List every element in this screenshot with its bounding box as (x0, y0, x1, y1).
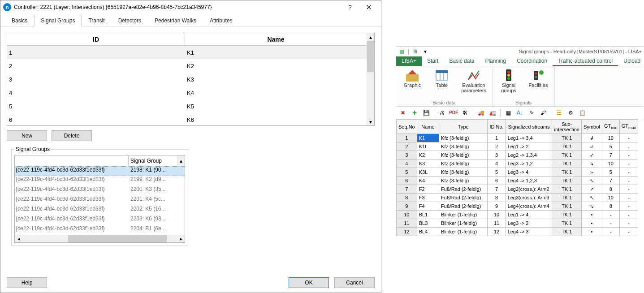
rtab-upload[interactable]: Upload (618, 56, 644, 66)
list2-scroll-up-icon[interactable]: ▴ (177, 155, 185, 166)
cell-id[interactable]: 12 (488, 228, 506, 236)
table-row[interactable]: 4K4 (7, 86, 367, 99)
cell-sub[interactable]: TK 1 (552, 159, 582, 168)
sort-icon[interactable]: A↓ (516, 109, 524, 117)
table-row[interactable]: 11BL3Blinker (1-feldig)11Leg3 -> 2TK 1•-… (397, 219, 638, 228)
list2-hscroll[interactable]: ◂ ▸ (15, 235, 185, 242)
cell-streams[interactable]: Leg4 -> 3 (506, 228, 552, 236)
signal-group-list[interactable]: Signal Group ▴ {ce22-119c-4fd4-bc3d-62d3… (14, 155, 185, 243)
th-gtmax[interactable]: GTmax (619, 120, 638, 134)
table-row[interactable]: 2K1LKfz (3-feldig)2Leg1 -> 2TK 1⤾5- (397, 142, 638, 151)
cell-id[interactable]: 4 (488, 159, 506, 168)
cell-id[interactable]: 9 (488, 202, 506, 211)
cell-id[interactable]: 8 (488, 194, 506, 202)
ritem-table[interactable]: Table (429, 68, 454, 99)
ritem-signal-groups[interactable]: Signal groups (496, 68, 521, 99)
cell-type[interactable]: Blinker (1-feldig) (439, 211, 488, 219)
cell-symbol[interactable]: ⤡ (582, 177, 602, 185)
cell-symbol[interactable]: ⤿ (582, 168, 602, 177)
cell-gtmax[interactable]: - (619, 228, 638, 236)
cell-type[interactable]: Kfz (3-feldig) (439, 177, 488, 185)
cell-name[interactable]: K3 (417, 159, 439, 168)
cell-name[interactable]: K1L (417, 142, 439, 151)
table-row[interactable]: 7F2Fuß/Rad (2-feldig)7Leg2(cross.): Arm2… (397, 185, 638, 194)
list-item[interactable]: {ce22-119c-4fd4-bc3d-62d33f1ed33f}2201: … (15, 196, 185, 206)
table-row[interactable]: 5K5 (7, 99, 367, 113)
cell-type[interactable]: Kfz (3-feldig) (439, 159, 488, 168)
th-seq[interactable]: Seq.No (397, 120, 417, 134)
cell-id[interactable]: 3 (488, 151, 506, 159)
signal-groups-table[interactable]: Seq.No Name Type ID No. Signalized strea… (396, 119, 638, 236)
cell-gtmin[interactable]: 10 (602, 134, 619, 142)
hscroll-thumb[interactable] (68, 235, 167, 242)
new-button[interactable]: New (7, 130, 47, 141)
cell-gtmin[interactable]: - (602, 228, 619, 236)
print-icon[interactable]: 🖨 (438, 109, 446, 117)
cell-gtmax[interactable]: - (619, 194, 638, 202)
cell-type[interactable]: Kfz (3-feldig) (439, 168, 488, 177)
cell-name[interactable]: F2 (417, 185, 439, 194)
rtab-coordination[interactable]: Coordination (511, 56, 553, 66)
cell-gtmax[interactable]: - (619, 134, 638, 142)
cell-symbol[interactable]: • (582, 211, 602, 219)
cell-name[interactable]: BL4 (417, 228, 439, 236)
wand-icon[interactable]: ✎ (527, 109, 536, 117)
cell-gtmax[interactable]: - (619, 142, 638, 151)
hscroll-right-icon[interactable]: ▸ (177, 235, 185, 242)
cell-streams[interactable]: Leg4(cross.): Arm4 (506, 202, 552, 211)
cell-sub[interactable]: TK 1 (552, 168, 582, 177)
cell-type[interactable]: Kfz (3-feldig) (439, 151, 488, 159)
cell-streams[interactable]: Leg1 -> 4 (506, 211, 552, 219)
table-row[interactable]: 8F3Fuß/Rad (2-feldig)8Leg3(cross.): Arm3… (397, 194, 638, 202)
table-row[interactable]: 5K3LKfz (3-feldig)5Leg3 -> 4TK 1⤿5- (397, 168, 638, 177)
help-icon[interactable]: ? (341, 1, 359, 13)
th-name[interactable]: Name (417, 120, 439, 134)
rtab-start[interactable]: Start (422, 56, 444, 66)
cell-id[interactable]: 6 (488, 177, 506, 185)
cell-gtmin[interactable]: 8 (602, 185, 619, 194)
cell-streams[interactable]: Leg1 -> 2 (506, 142, 552, 151)
table-row[interactable]: 10BL1Blinker (1-feldig)10Leg1 -> 4TK 1•-… (397, 211, 638, 219)
tab-basics[interactable]: Basics (5, 15, 34, 26)
cell-sub[interactable]: TK 1 (552, 202, 582, 211)
cell-name[interactable]: BL3 (417, 219, 439, 228)
hscroll-left-icon[interactable]: ◂ (15, 235, 22, 242)
scroll-up-icon[interactable]: ▴ (367, 33, 374, 41)
cell-streams[interactable]: Leg2 -> 1,3,4 (506, 151, 552, 159)
cell-sub[interactable]: TK 1 (552, 151, 582, 159)
cell-name[interactable]: BL1 (417, 211, 439, 219)
cell-type[interactable]: Fuß/Rad (2-feldig) (439, 194, 488, 202)
gear-icon[interactable]: ⚙ (566, 109, 575, 117)
ritem-facilities[interactable]: Facilities (526, 68, 551, 99)
close-icon[interactable] (359, 1, 378, 13)
delete-button[interactable]: Delete (52, 130, 92, 141)
ritem-evaluation[interactable]: Evaluation parameters (459, 68, 488, 99)
cell-type[interactable]: Fuß/Rad (2-feldig) (439, 202, 488, 211)
cell-streams[interactable]: Leg3 -> 2 (506, 219, 552, 228)
cell-gtmax[interactable]: - (619, 159, 638, 168)
list2-col-guid[interactable] (15, 155, 129, 166)
cell-sub[interactable]: TK 1 (552, 211, 582, 219)
table-row[interactable]: 4K3Kfz (3-feldig)4Leg3 -> 1,2TK 1↳10- (397, 159, 638, 168)
cell-gtmin[interactable]: 5 (602, 168, 619, 177)
pdf-icon[interactable]: PDF (450, 109, 458, 117)
scroll-thumb[interactable] (367, 41, 374, 72)
truck-right-icon[interactable]: 🚛 (488, 109, 497, 117)
truck-left-icon[interactable]: 🚚 (477, 109, 485, 117)
cell-streams[interactable]: Leg3 -> 4 (506, 168, 552, 177)
excel-icon[interactable]: ▦ (398, 48, 405, 55)
table-row[interactable]: 6K4Kfz (3-feldig)6Leg4 -> 1,2,3TK 1⤡7- (397, 177, 638, 185)
th-symbol[interactable]: Symbol (582, 120, 602, 134)
table-row[interactable]: 2K2 (7, 59, 367, 73)
cell-gtmin[interactable]: - (602, 219, 619, 228)
cell-symbol[interactable]: • (582, 228, 602, 236)
table-row[interactable]: 3K2Kfz (3-feldig)3Leg2 -> 1,3,4TK 1⤢7- (397, 151, 638, 159)
cell-streams[interactable]: Leg2(cross.): Arm2 (506, 185, 552, 194)
cell-streams[interactable]: Leg4 -> 1,2,3 (506, 177, 552, 185)
col-name[interactable]: Name (185, 33, 367, 45)
table-row[interactable]: 12BL4Blinker (1-feldig)12Leg4 -> 3TK 1•-… (397, 228, 638, 236)
table-row[interactable]: 1K1 (7, 46, 367, 59)
cell-symbol[interactable]: ↗ (582, 185, 602, 194)
table-row[interactable]: 3K3 (7, 73, 367, 86)
th-type[interactable]: Type (439, 120, 488, 134)
